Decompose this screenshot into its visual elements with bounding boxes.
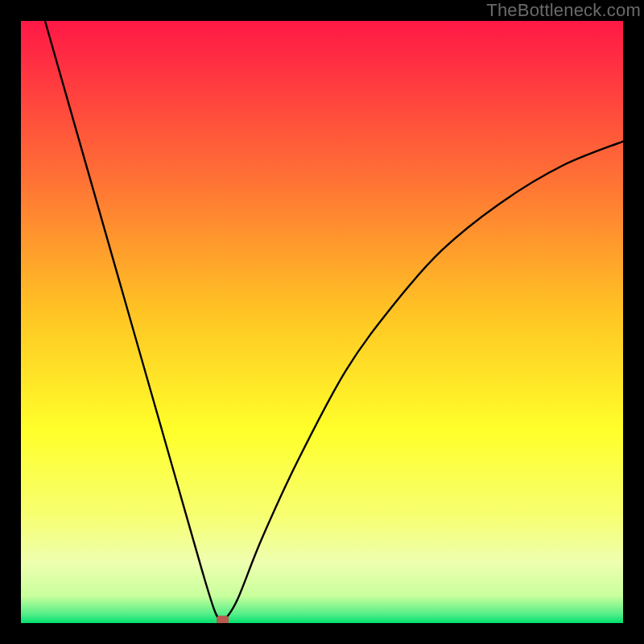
- plot-area: [21, 21, 623, 623]
- watermark-text: TheBottleneck.com: [486, 0, 641, 21]
- optimal-point-marker: [217, 616, 229, 623]
- chart-frame: TheBottleneck.com: [0, 0, 644, 644]
- bottleneck-chart: [21, 21, 623, 623]
- chart-background: [21, 21, 623, 623]
